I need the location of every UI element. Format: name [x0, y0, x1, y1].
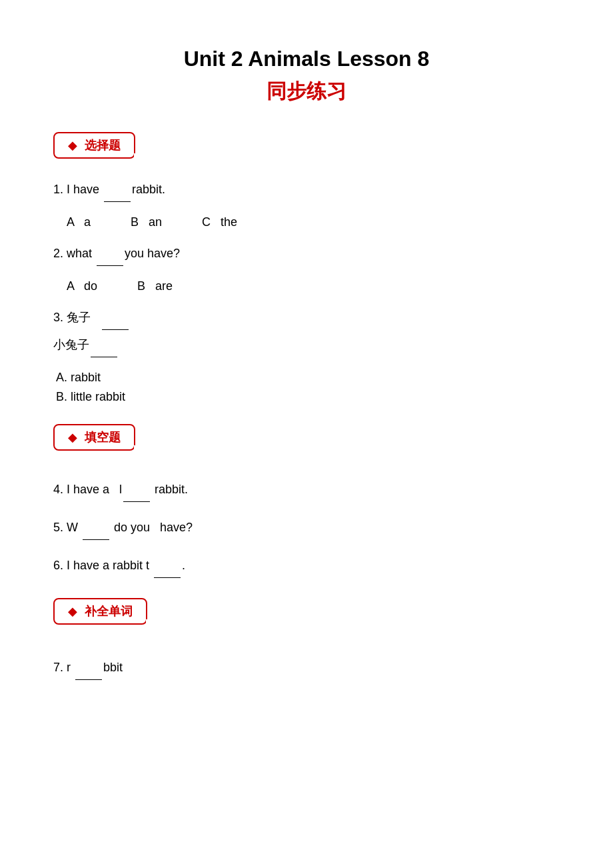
q3-line1: 3. 兔子 [53, 305, 560, 330]
q4-text: 4. I have a l rabbit. [53, 483, 188, 496]
sub-title: 同步练习 [53, 78, 560, 105]
q1-option-b: B an [131, 215, 162, 229]
q2-text: 2. what you have? [53, 247, 180, 260]
main-title: Unit 2 Animals Lesson 8 [53, 47, 560, 71]
q6-text: 6. I have a rabbit t . [53, 559, 185, 572]
question-4: 4. I have a l rabbit. [53, 477, 560, 502]
question-1: 1. I have rabbit. [53, 177, 560, 202]
section-buquan: 补全单词 7. r bbit [53, 598, 560, 680]
section-header-xuanze: 选择题 [53, 132, 135, 159]
q1-text: 1. I have rabbit. [53, 183, 165, 196]
q1-option-c: C the [202, 215, 237, 229]
section-label-buquan: 补全单词 [85, 605, 133, 618]
section-label-xuanze: 选择题 [85, 139, 121, 152]
section-header-tiankong: 填空题 [53, 424, 135, 451]
question-6: 6. I have a rabbit t . [53, 553, 560, 578]
q2-options: A do B are [67, 279, 560, 293]
section-label-tiankong: 填空题 [85, 431, 121, 444]
q1-options: A a B an C the [67, 215, 560, 229]
question-3: 3. 兔子 小兔子 [53, 305, 560, 357]
q3-line2: 小兔子 [53, 333, 560, 357]
section-xuanze: 选择题 1. I have rabbit. A a B an C the 2. … [53, 132, 560, 404]
section-tiankong: 填空题 4. I have a l rabbit. 5. W do you ha… [53, 424, 560, 578]
q2-option-a: A do [67, 279, 97, 293]
question-2: 2. what you have? [53, 241, 560, 266]
q2-option-b: B are [137, 279, 173, 293]
q3-answer-b: B. little rabbit [56, 390, 560, 404]
q3-answer-a: A. rabbit [56, 371, 560, 385]
question-5: 5. W do you have? [53, 515, 560, 540]
section-header-buquan: 补全单词 [53, 598, 147, 625]
q7-text: 7. r bbit [53, 661, 123, 674]
question-7: 7. r bbit [53, 655, 560, 680]
q1-option-a: A a [67, 215, 91, 229]
q5-text: 5. W do you have? [53, 521, 193, 534]
